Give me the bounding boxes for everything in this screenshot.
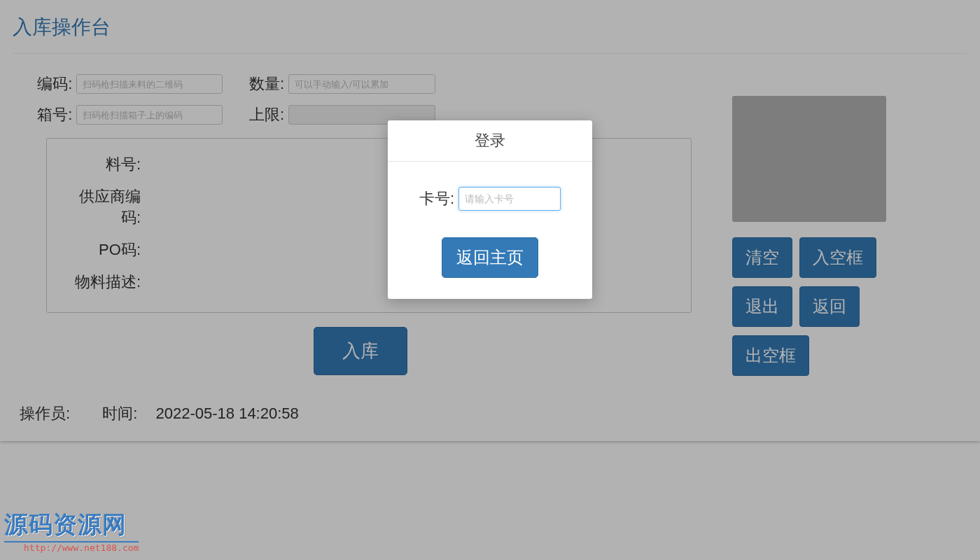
watermark: 源码资源网 http://www.net188.com [4,509,139,553]
return-home-button[interactable]: 返回主页 [442,237,538,278]
watermark-text: 源码资源网 [4,509,139,542]
watermark-url: http://www.net188.com [4,542,139,553]
login-modal: 登录 卡号: 返回主页 [388,120,592,299]
card-label: 卡号: [419,188,458,209]
card-input[interactable] [458,187,561,211]
modal-title: 登录 [388,120,592,162]
